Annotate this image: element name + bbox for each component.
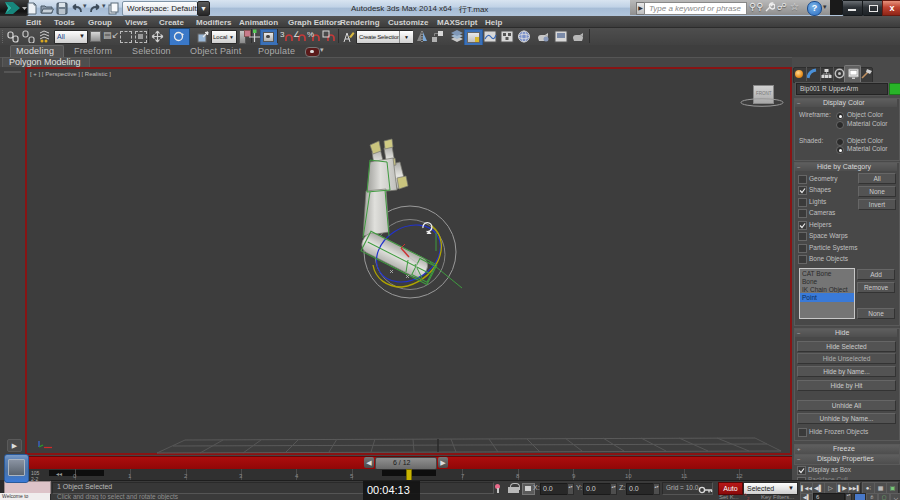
svg-text:%: % bbox=[307, 30, 314, 39]
svg-text:3: 3 bbox=[280, 30, 285, 39]
svg-text:∠: ∠ bbox=[293, 30, 300, 39]
